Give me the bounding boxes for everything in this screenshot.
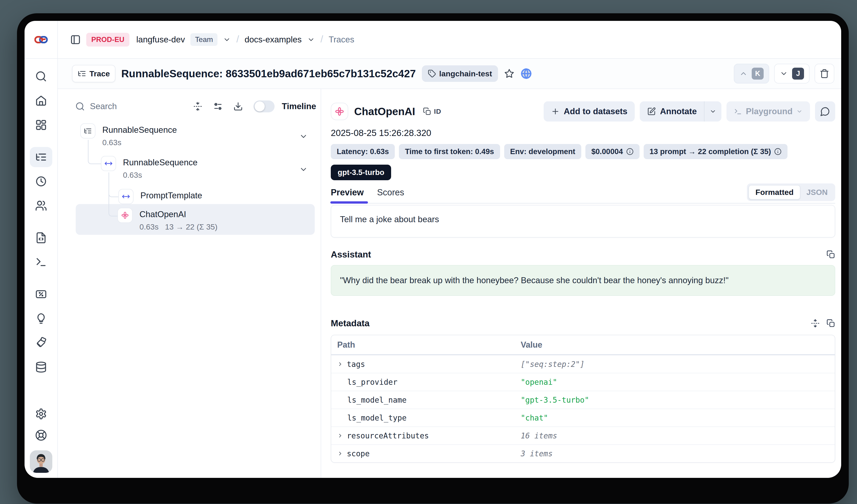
breadcrumb-separator: / xyxy=(236,34,239,45)
observation-detail-panel: ChatOpenAI ID Add to datasets xyxy=(321,89,841,478)
model-badge[interactable]: gpt-3.5-turbo xyxy=(331,164,391,180)
breadcrumb-separator: / xyxy=(320,34,323,45)
sidebar-item-sessions[interactable] xyxy=(24,169,57,193)
metadata-row-resource-attributes[interactable]: resourceAttributes 16 items xyxy=(331,427,835,445)
pen-square-icon xyxy=(647,107,656,116)
org-switcher-chevron-icon[interactable] xyxy=(223,36,231,44)
metadata-table: Path Value tags ["seq:step:2"] ls_provid… xyxy=(331,335,835,463)
annotate-label: Annotate xyxy=(660,107,697,116)
trace-tag[interactable]: langchain-test xyxy=(422,65,498,82)
sidebar-item-support[interactable] xyxy=(30,426,52,445)
project-switcher-chevron-icon[interactable] xyxy=(307,36,315,44)
sidebar-item-evaluators[interactable] xyxy=(24,306,57,331)
format-json[interactable]: JSON xyxy=(800,186,834,199)
sidebar-item-users[interactable] xyxy=(24,193,57,218)
sidebar-nav xyxy=(24,59,58,478)
trace-type-label: Trace xyxy=(89,69,110,78)
cost-badge[interactable]: $0.00004 xyxy=(585,144,640,159)
tree-node-duration: 0.63s xyxy=(102,138,121,147)
metadata-row-ls-model-type: ls_model_type "chat" xyxy=(331,409,835,427)
timeline-toggle-label: Timeline xyxy=(282,102,316,111)
annotate-split-button: Annotate xyxy=(640,101,721,122)
tree-node-label: ChatOpenAI xyxy=(139,208,217,219)
tree-node-label: RunnableSequence xyxy=(102,123,177,135)
sidebar-item-traces[interactable] xyxy=(24,145,57,169)
detail-tabs: Preview Scores Formatted JSON xyxy=(331,188,835,204)
format-toggle: Formatted JSON xyxy=(747,184,835,201)
active-tab-underline xyxy=(330,201,368,204)
prev-trace-button[interactable]: K xyxy=(734,64,769,84)
sidebar-item-home[interactable] xyxy=(24,88,57,113)
tree-node-prompt-template[interactable]: PromptTemplate xyxy=(118,189,202,204)
column-value: Value xyxy=(521,340,835,350)
tree-node-chat-openai[interactable]: ChatOpenAI 0.63s 13 → 22 (Σ 35) xyxy=(117,208,217,231)
trace-tree-panel: Timeline RunnableSeq xyxy=(58,89,321,478)
tree-node-label: RunnableSequence xyxy=(123,156,198,168)
sidebar-item-settings[interactable] xyxy=(30,402,52,426)
bookmark-star-icon[interactable] xyxy=(504,68,515,79)
assistant-message-box: "Why did the bear break up with the hone… xyxy=(331,265,835,296)
span-node-icon xyxy=(118,189,134,204)
annotate-button[interactable]: Annotate xyxy=(640,101,704,122)
langfuse-logo[interactable] xyxy=(34,35,48,45)
chevron-down-icon xyxy=(709,108,717,115)
tree-node-root[interactable]: RunnableSequence 0.63s xyxy=(80,123,177,147)
add-to-datasets-button[interactable]: Add to datasets xyxy=(544,101,635,122)
tree-search-input[interactable] xyxy=(90,102,168,111)
copy-icon[interactable] xyxy=(826,250,835,259)
tab-scores[interactable]: Scores xyxy=(377,188,404,197)
ttft-badge: Time to first token: 0.49s xyxy=(399,144,500,159)
chevron-down-icon xyxy=(780,69,788,78)
delete-trace-button[interactable] xyxy=(814,64,834,84)
public-globe-icon[interactable] xyxy=(520,68,532,79)
trace-node-icon xyxy=(80,123,96,139)
copy-id-button[interactable]: ID xyxy=(423,107,441,116)
metadata-row-scope[interactable]: scope 3 items xyxy=(331,445,835,462)
trace-titlebar: Trace RunnableSequence: 8633501eb9ad671e… xyxy=(58,59,841,89)
sidebar-toggle-icon[interactable] xyxy=(70,34,81,45)
assistant-section-title: Assistant xyxy=(331,249,371,260)
metadata-row-tags[interactable]: tags ["seq:step:2"] xyxy=(331,355,835,373)
tree-node-span[interactable]: RunnableSequence 0.63s xyxy=(101,156,198,179)
env-badge: Env: development xyxy=(504,144,581,159)
view-settings-icon[interactable] xyxy=(213,102,223,111)
format-formatted[interactable]: Formatted xyxy=(749,185,800,199)
next-trace-button[interactable]: J xyxy=(774,64,809,84)
environment-badge[interactable]: PROD-EU xyxy=(86,33,129,47)
copy-icon[interactable] xyxy=(826,319,835,328)
sidebar-item-datasets[interactable] xyxy=(24,355,57,379)
timeline-toggle[interactable] xyxy=(253,101,274,112)
user-avatar[interactable] xyxy=(30,450,52,473)
latency-badge: Latency: 0.63s xyxy=(331,144,395,159)
id-label: ID xyxy=(434,107,441,115)
add-to-datasets-label: Add to datasets xyxy=(564,107,627,116)
sidebar-item-search[interactable] xyxy=(24,64,57,88)
expand-vertical-icon[interactable] xyxy=(811,319,820,328)
sidebar-item-dashboards[interactable] xyxy=(24,113,57,137)
collapse-node-chevron-icon[interactable] xyxy=(299,165,308,174)
collapse-all-icon[interactable] xyxy=(193,102,203,111)
main-area: Trace RunnableSequence: 8633501eb9ad671e… xyxy=(58,59,841,478)
observation-timestamp: 2025-08-25 15:26:28.320 xyxy=(331,128,835,138)
breadcrumb-project[interactable]: docs-examples xyxy=(245,35,302,45)
collapse-node-chevron-icon[interactable] xyxy=(299,132,308,141)
playground-button[interactable]: Playground xyxy=(726,101,810,122)
chevron-right-icon xyxy=(337,433,343,439)
langfuse-app: PROD-EU langfuse-dev Team / docs-example… xyxy=(24,21,841,478)
token-usage-badge[interactable]: 13 prompt → 22 completion (Σ 35) xyxy=(644,144,788,159)
sidebar-item-prompts[interactable] xyxy=(24,226,57,250)
comments-button[interactable] xyxy=(815,101,835,122)
sidebar-item-annotation[interactable] xyxy=(24,331,57,355)
sidebar-item-playground[interactable] xyxy=(24,250,57,274)
breadcrumb-section[interactable]: Traces xyxy=(329,35,354,45)
search-icon xyxy=(75,102,85,111)
sidebar-item-scores[interactable] xyxy=(24,282,57,306)
info-icon xyxy=(774,148,782,155)
org-name[interactable]: langfuse-dev xyxy=(136,35,185,45)
download-icon[interactable] xyxy=(233,102,243,111)
tab-preview[interactable]: Preview xyxy=(331,188,364,197)
trace-title: RunnableSequence: 8633501eb9ad671eb65c7b… xyxy=(121,67,416,80)
stat-badges: Latency: 0.63s Time to first token: 0.49… xyxy=(331,144,835,159)
chevron-down-icon xyxy=(796,108,803,115)
annotate-dropdown-button[interactable] xyxy=(704,101,721,122)
